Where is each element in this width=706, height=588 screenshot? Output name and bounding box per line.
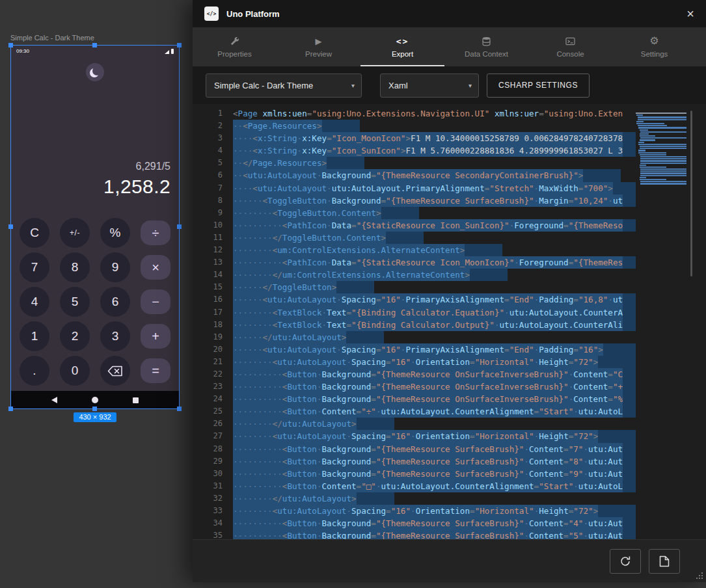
key-3[interactable]: 3 bbox=[100, 321, 130, 351]
line-number: 16 bbox=[193, 293, 233, 306]
line-number: 32 bbox=[193, 492, 233, 505]
selection-tail bbox=[623, 256, 636, 269]
line-number: 18 bbox=[193, 319, 233, 331]
key-backspace-icon[interactable] bbox=[100, 356, 130, 386]
key-5[interactable]: 5 bbox=[60, 287, 90, 317]
theme-toggle-button[interactable] bbox=[86, 63, 104, 81]
code-line[interactable]: 18········<TextBlock·Text="{Binding Calc… bbox=[193, 319, 636, 331]
refresh-button[interactable] bbox=[610, 549, 641, 574]
key-÷[interactable]: ÷ bbox=[141, 220, 170, 245]
key-7[interactable]: 7 bbox=[20, 252, 49, 282]
key-−[interactable]: − bbox=[141, 289, 170, 314]
code-editor[interactable]: 1<Page xmlns:uen="using:Uno.Extensions.N… bbox=[193, 104, 636, 539]
tab-data-context[interactable]: Data Context bbox=[444, 27, 528, 66]
nav-back-icon[interactable] bbox=[51, 397, 57, 403]
code-line[interactable]: 11········</ToggleButton.Content> bbox=[193, 232, 636, 244]
code-line[interactable]: 34··········<Button·Background="{ThemeRe… bbox=[193, 517, 636, 529]
csharp-settings-button[interactable]: CSHARP SETTINGS bbox=[487, 74, 590, 98]
key-.[interactable]: . bbox=[20, 356, 49, 386]
code-line[interactable]: 12········<um:ControlExtensions.Alternat… bbox=[193, 244, 636, 256]
minimap-line bbox=[636, 114, 643, 116]
minimap[interactable] bbox=[636, 113, 688, 185]
minimap-line bbox=[638, 142, 644, 143]
tab-export[interactable]: <>Export bbox=[360, 27, 444, 66]
selection-tail bbox=[327, 157, 364, 169]
key-1[interactable]: 1 bbox=[20, 321, 49, 351]
selection-tail bbox=[623, 194, 636, 207]
code-line[interactable]: 4····<x:String·x:Key="Icon_SunIcon">F1 M… bbox=[193, 144, 636, 157]
code-line[interactable]: 7····<utu:AutoLayout·utu:AutoLayout.Prim… bbox=[193, 182, 636, 194]
code-line[interactable]: 15······</ToggleButton> bbox=[193, 281, 636, 293]
code-line[interactable]: 5··</Page.Resources> bbox=[193, 157, 636, 169]
code-line[interactable]: 26········</utu:AutoLayout> bbox=[193, 418, 636, 430]
code-line[interactable]: 13··········<PathIcon·Data="{StaticResou… bbox=[193, 256, 636, 269]
key-C[interactable]: C bbox=[20, 218, 49, 248]
key-2[interactable]: 2 bbox=[60, 321, 90, 351]
code-line[interactable]: 9········<ToggleButton.Content> bbox=[193, 207, 636, 219]
line-number: 4 bbox=[193, 144, 233, 157]
code-line[interactable]: 8······<ToggleButton·Background="{ThemeR… bbox=[193, 194, 636, 207]
key-0[interactable]: 0 bbox=[60, 356, 90, 386]
selection-tail bbox=[623, 368, 636, 381]
code-line[interactable]: 32········</utu:AutoLayout> bbox=[193, 492, 636, 505]
code-line[interactable]: 24··········<Button·Background="{ThemeRe… bbox=[193, 393, 636, 405]
code-line[interactable]: 10··········<PathIcon·Data="{StaticResou… bbox=[193, 219, 636, 232]
code-line[interactable]: 2··<Page.Resources> bbox=[193, 120, 636, 132]
key-×[interactable]: × bbox=[141, 255, 170, 280]
code-line[interactable]: 16······<utu:AutoLayout·Spacing="16"·Pri… bbox=[193, 293, 636, 306]
code-line[interactable]: 22··········<Button·Background="{ThemeRe… bbox=[193, 368, 636, 381]
minimap-line bbox=[640, 179, 666, 180]
console-icon bbox=[565, 36, 575, 46]
nav-recents-icon[interactable] bbox=[133, 397, 139, 403]
code-line[interactable]: 23··········<Button·Background="{ThemeRe… bbox=[193, 381, 636, 393]
key-=[interactable]: = bbox=[141, 358, 170, 383]
nav-home-icon[interactable] bbox=[92, 397, 98, 403]
key-%[interactable]: % bbox=[100, 218, 130, 248]
key-8[interactable]: 8 bbox=[60, 252, 90, 282]
code-line[interactable]: 21········<utu:AutoLayout·Spacing="16"·O… bbox=[193, 356, 636, 368]
key-9[interactable]: 9 bbox=[100, 252, 130, 282]
code-line[interactable]: 6··<utu:AutoLayout·Background="{ThemeRes… bbox=[193, 169, 636, 181]
tab-settings[interactable]: ⚙Settings bbox=[612, 27, 696, 66]
tab-label: Export bbox=[392, 50, 413, 58]
line-number: 5 bbox=[193, 157, 233, 169]
key-+[interactable]: + bbox=[141, 324, 170, 349]
page-select[interactable]: Simple Calc - Dark Theme ▾ bbox=[206, 74, 362, 98]
code-line[interactable]: 35··········<Button·Background="{ThemeRe… bbox=[193, 529, 636, 539]
tab-preview[interactable]: ▶Preview bbox=[277, 27, 360, 66]
selection-tail bbox=[613, 182, 636, 194]
moon-icon bbox=[92, 66, 102, 75]
code-line[interactable]: 28··········<Button·Background="{ThemeRe… bbox=[193, 443, 636, 455]
code-line[interactable]: 19······</utu:AutoLayout> bbox=[193, 331, 636, 343]
selection-tail bbox=[322, 120, 360, 132]
format-select[interactable]: Xaml ▾ bbox=[380, 74, 479, 98]
code-line[interactable]: 31··········<Button·Content="□"·utu:Auto… bbox=[193, 480, 636, 492]
code-line[interactable]: 33········<utu:AutoLayout·Spacing="16"·O… bbox=[193, 505, 636, 517]
code-line[interactable]: 25··········<Button·Content="÷"·utu:Auto… bbox=[193, 405, 636, 418]
code-line[interactable]: 17········<TextBlock·Text="{Binding Calc… bbox=[193, 306, 636, 319]
code-line[interactable]: 30··········<Button·Background="{ThemeRe… bbox=[193, 468, 636, 480]
resize-grip-icon[interactable] bbox=[694, 570, 704, 580]
minimap-line bbox=[638, 125, 667, 126]
scrollbar-thumb[interactable] bbox=[690, 111, 692, 276]
code-line[interactable]: 3····<x:String·x:Key="Icon_MoonIcon">F1 … bbox=[193, 132, 636, 144]
phone-preview[interactable]: 09:30 6,291/5 1,258.2 C+/-%÷789×456−123+… bbox=[10, 45, 180, 409]
key-4[interactable]: 4 bbox=[20, 287, 49, 317]
key-6[interactable]: 6 bbox=[100, 287, 130, 317]
key-+/-[interactable]: +/- bbox=[60, 218, 90, 248]
code-editor-pane: 1<Page xmlns:uen="using:Uno.Extensions.N… bbox=[193, 104, 706, 539]
code-line[interactable]: 27········<utu:AutoLayout·Spacing="16"·O… bbox=[193, 430, 636, 442]
code-line[interactable]: 14········</um:ControlExtensions.Alterna… bbox=[193, 269, 636, 281]
line-number: 12 bbox=[193, 244, 233, 256]
tab-console[interactable]: Console bbox=[528, 27, 612, 66]
selection-tail bbox=[623, 393, 636, 405]
minimap-line bbox=[640, 172, 686, 174]
tab-properties[interactable]: Properties bbox=[193, 27, 277, 66]
code-line[interactable]: 20······<utu:AutoLayout·Spacing="16"·Pri… bbox=[193, 343, 636, 356]
export-file-button[interactable] bbox=[649, 549, 680, 574]
page-select-value: Simple Calc - Dark Theme bbox=[214, 81, 313, 90]
close-icon[interactable]: × bbox=[686, 7, 694, 20]
minimap-line bbox=[640, 165, 647, 166]
code-line[interactable]: 29··········<Button·Background="{ThemeRe… bbox=[193, 455, 636, 468]
code-line[interactable]: 1<Page xmlns:uen="using:Uno.Extensions.N… bbox=[193, 107, 636, 120]
